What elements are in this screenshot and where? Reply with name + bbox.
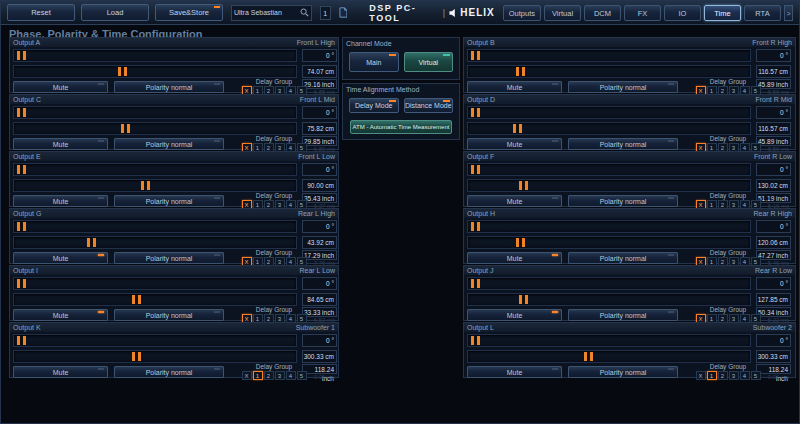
delay-group-option-2[interactable]: 2 (718, 371, 728, 380)
delay-slider-handle[interactable] (87, 238, 96, 247)
distance-cm-value[interactable]: 300.33 cm (756, 350, 791, 363)
distance-cm-value[interactable]: 75.82 cm (302, 122, 337, 135)
phase-slider-handle[interactable] (17, 279, 26, 288)
phase-slider-handle[interactable] (17, 222, 26, 231)
polarity-button[interactable]: Polarity normal (568, 81, 678, 93)
nav-tab-virtual[interactable]: Virtual (544, 5, 581, 21)
mute-button[interactable]: Mute (13, 309, 108, 321)
phase-value[interactable]: 0 ° (756, 220, 791, 233)
delay-group-option-4[interactable]: 4 (740, 371, 750, 380)
polarity-button[interactable]: Polarity normal (114, 81, 224, 93)
phase-value[interactable]: 0 ° (756, 106, 791, 119)
virtual-mode-button[interactable]: Virtual (404, 52, 454, 72)
save-store-button[interactable]: Save&Store (155, 4, 223, 21)
load-button[interactable]: Load (81, 4, 149, 21)
polarity-button[interactable]: Polarity normal (568, 309, 678, 321)
phase-slider[interactable] (13, 220, 297, 233)
delay-slider-handle[interactable] (584, 352, 593, 361)
phase-value[interactable]: 0 ° (756, 334, 791, 347)
phase-slider-handle[interactable] (471, 165, 480, 174)
main-mode-button[interactable]: Main (349, 52, 399, 72)
polarity-button[interactable]: Polarity normal (568, 195, 678, 207)
mute-button[interactable]: Mute (13, 366, 108, 378)
phase-slider[interactable] (467, 220, 751, 233)
search-icon[interactable] (300, 8, 309, 17)
distance-cm-value[interactable]: 120.06 cm (756, 236, 791, 249)
polarity-button[interactable]: Polarity normal (568, 252, 678, 264)
nav-tab-dcm[interactable]: DCM (584, 5, 621, 21)
distance-cm-value[interactable]: 300.33 cm (302, 350, 337, 363)
phase-value[interactable]: 0 ° (756, 49, 791, 62)
mute-button[interactable]: Mute (467, 195, 562, 207)
phase-slider-handle[interactable] (471, 51, 480, 60)
delay-slider[interactable] (467, 236, 751, 249)
delay-slider-handle[interactable] (121, 124, 130, 133)
phase-slider[interactable] (13, 49, 297, 62)
distance-cm-value[interactable]: 90.00 cm (302, 179, 337, 192)
phase-slider-handle[interactable] (17, 51, 26, 60)
nav-more-button[interactable]: > (784, 5, 793, 21)
phase-slider[interactable] (467, 163, 751, 176)
phase-value[interactable]: 0 ° (302, 220, 337, 233)
delay-slider-handle[interactable] (516, 67, 525, 76)
distance-cm-value[interactable]: 116.57 cm (756, 65, 791, 78)
delay-slider[interactable] (467, 122, 751, 135)
device-selector[interactable]: Ultra Sebastian (231, 5, 312, 21)
phase-slider[interactable] (467, 49, 751, 62)
phase-slider[interactable] (467, 106, 751, 119)
document-icon[interactable] (339, 7, 347, 18)
phase-value[interactable]: 0 ° (756, 163, 791, 176)
distance-cm-value[interactable]: 116.57 cm (756, 122, 791, 135)
delay-slider-handle[interactable] (519, 181, 528, 190)
delay-slider-handle[interactable] (132, 295, 141, 304)
nav-tab-outputs[interactable]: Outputs (503, 5, 541, 21)
phase-slider[interactable] (13, 334, 297, 347)
device-count-stepper[interactable]: 1 (320, 6, 331, 20)
delay-slider-handle[interactable] (118, 67, 127, 76)
distance-cm-value[interactable]: 84.65 cm (302, 293, 337, 306)
mute-button[interactable]: Mute (13, 81, 108, 93)
delay-slider[interactable] (13, 179, 297, 192)
phase-slider-handle[interactable] (471, 108, 480, 117)
reset-button[interactable]: Reset (7, 4, 75, 21)
delay-group-option-3[interactable]: 3 (275, 371, 285, 380)
mute-button[interactable]: Mute (13, 138, 108, 150)
delay-slider-handle[interactable] (519, 295, 528, 304)
nav-tab-fx[interactable]: FX (624, 5, 661, 21)
phase-slider[interactable] (467, 334, 751, 347)
mute-button[interactable]: Mute (467, 81, 562, 93)
distance-mode-button[interactable]: Distance Mode (404, 98, 454, 113)
delay-group-option-1[interactable]: 1 (707, 371, 717, 380)
distance-cm-value[interactable]: 127.85 cm (756, 293, 791, 306)
distance-cm-value[interactable]: 43.92 cm (302, 236, 337, 249)
phase-slider[interactable] (13, 106, 297, 119)
delay-group-option-x[interactable]: X (242, 371, 252, 380)
delay-slider[interactable] (13, 65, 297, 78)
delay-slider[interactable] (13, 293, 297, 306)
delay-mode-button[interactable]: Delay Mode (349, 98, 399, 113)
nav-tab-io[interactable]: IO (664, 5, 701, 21)
delay-group-option-2[interactable]: 2 (264, 371, 274, 380)
delay-group-option-5[interactable]: 5 (297, 371, 307, 380)
mute-button[interactable]: Mute (13, 252, 108, 264)
atm-button[interactable]: ATM - Automatic Time Measurement (350, 120, 452, 134)
phase-slider-handle[interactable] (17, 108, 26, 117)
delay-group-option-3[interactable]: 3 (729, 371, 739, 380)
delay-slider[interactable] (467, 179, 751, 192)
delay-slider[interactable] (13, 350, 297, 363)
delay-slider-handle[interactable] (141, 181, 150, 190)
polarity-button[interactable]: Polarity normal (568, 138, 678, 150)
phase-slider[interactable] (467, 277, 751, 290)
delay-group-option-1[interactable]: 1 (253, 371, 263, 380)
phase-slider[interactable] (13, 163, 297, 176)
phase-value[interactable]: 0 ° (302, 106, 337, 119)
phase-value[interactable]: 0 ° (302, 49, 337, 62)
mute-button[interactable]: Mute (467, 252, 562, 264)
phase-slider-handle[interactable] (17, 165, 26, 174)
delay-slider[interactable] (13, 122, 297, 135)
delay-slider-handle[interactable] (516, 238, 525, 247)
phase-slider-handle[interactable] (471, 336, 480, 345)
delay-slider[interactable] (13, 236, 297, 249)
distance-cm-value[interactable]: 74.07 cm (302, 65, 337, 78)
delay-group-option-5[interactable]: 5 (751, 371, 761, 380)
